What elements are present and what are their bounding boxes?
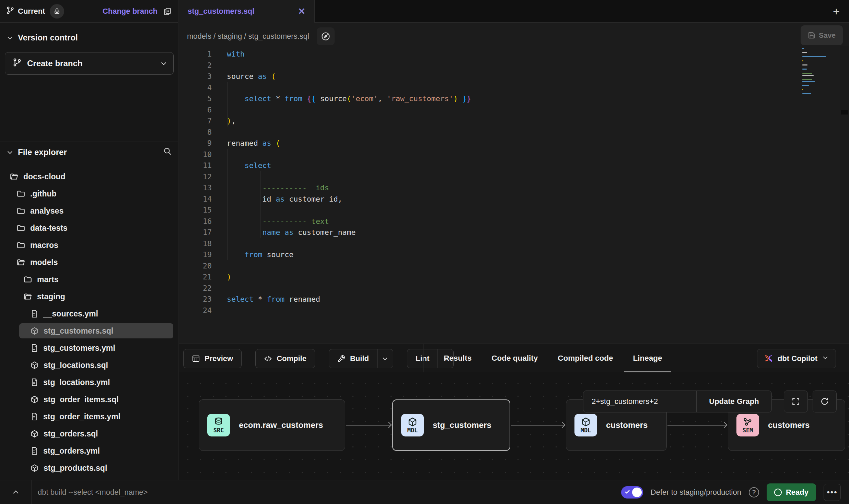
file-item-stg-order-items-yml[interactable]: stg_order_items.yml — [0, 408, 178, 425]
file-item-stg-locations-yml[interactable]: stg_locations.yml — [0, 374, 178, 391]
code-line-18[interactable] — [227, 238, 801, 250]
branch-name: Current — [18, 7, 45, 16]
update-graph-button[interactable]: Update Graph — [697, 391, 771, 412]
save-button[interactable]: Save — [801, 25, 843, 45]
file-item-analyses[interactable]: analyses — [0, 202, 178, 219]
code-line-8[interactable] — [227, 127, 801, 138]
folder-icon — [16, 189, 25, 198]
file-item-macros[interactable]: macros — [0, 237, 178, 254]
code-line-5[interactable]: select * from {{ source('ecom', 'raw_cus… — [227, 93, 801, 105]
code-line-15[interactable] — [227, 205, 801, 216]
file-item-stg-order-items-sql[interactable]: stg_order_items.sql — [0, 391, 178, 408]
more-options-button[interactable]: ••• — [824, 484, 841, 501]
create-branch-dropdown[interactable] — [154, 52, 173, 74]
search-icon[interactable] — [163, 147, 172, 158]
file-label: data-tests — [30, 224, 68, 233]
code-line-11[interactable]: select — [227, 160, 801, 171]
code-line-7[interactable]: ), — [227, 116, 801, 127]
file-item-stg-customers-yml[interactable]: stg_customers.yml — [0, 339, 178, 357]
node-label: customers — [606, 420, 648, 430]
new-tab-button[interactable]: + — [828, 3, 844, 19]
code-line-24[interactable] — [227, 305, 801, 316]
tab-compiled-code[interactable]: Compiled code — [558, 344, 613, 373]
dbt-copilot-button[interactable]: dbt Copilot — [757, 349, 836, 368]
code-line-20[interactable] — [227, 261, 801, 272]
chevron-down-icon[interactable] — [6, 148, 14, 156]
build-dropdown[interactable] — [377, 349, 393, 368]
create-branch-button[interactable]: Create branch — [5, 52, 174, 75]
code-line-17[interactable]: name as customer_name — [227, 227, 801, 238]
editor-toolbar: Preview Compile Build Lint ResultsCode q… — [179, 344, 849, 372]
code-editor[interactable]: 123456789101112131415161718192021222324 … — [179, 46, 849, 344]
file-item-marts[interactable]: marts — [0, 271, 178, 288]
version-control-header[interactable]: Version control — [6, 33, 78, 43]
code-line-16[interactable]: ---------- text — [227, 216, 801, 227]
code-line-13[interactable]: ---------- ids — [227, 182, 801, 194]
copy-icon[interactable] — [163, 7, 172, 16]
close-icon[interactable]: ✕ — [298, 6, 305, 17]
minimap[interactable] — [802, 48, 839, 97]
code-line-23[interactable]: select * from renamed — [227, 294, 801, 305]
file-item-staging[interactable]: staging — [0, 288, 178, 305]
status-ring-icon — [774, 489, 782, 496]
file-item-data-tests[interactable]: data-tests — [0, 219, 178, 237]
scrollbar-track[interactable] — [840, 46, 849, 344]
file-item-stg-orders-yml[interactable]: stg_orders.yml — [0, 442, 178, 459]
divider — [0, 142, 178, 142]
code-line-3[interactable]: source as ( — [227, 71, 801, 82]
file-tree: docs-cloud.githubanalysesdata-testsmacro… — [0, 168, 178, 477]
current-branch[interactable]: Current — [6, 4, 64, 19]
lineage-selector-input[interactable]: 2+stg_customers+2 — [583, 391, 697, 412]
code-lines: withsource as ( select * from {{ source(… — [227, 49, 801, 316]
refresh-button[interactable] — [813, 391, 837, 412]
defer-toggle[interactable] — [621, 486, 643, 499]
file-label: stg_products.sql — [44, 464, 107, 473]
file-icon — [30, 412, 38, 421]
compile-button[interactable]: Compile — [255, 349, 315, 368]
file-item-stg-locations-sql[interactable]: stg_locations.sql — [0, 357, 178, 374]
file-item-stg-customers-sql[interactable]: stg_customers.sql — [0, 322, 178, 339]
preview-button[interactable]: Preview — [183, 349, 242, 368]
code-line-10[interactable] — [227, 149, 801, 160]
lineage-node-stg-customers[interactable]: MDLstg_customers — [392, 399, 510, 451]
help-icon[interactable]: ? — [749, 487, 759, 497]
file-label: marts — [37, 275, 59, 284]
file-item-stg-products-sql[interactable]: stg_products.sql — [0, 459, 178, 477]
code-line-9[interactable]: renamed as ( — [227, 138, 801, 149]
file-item--sources-yml[interactable]: __sources.yml — [0, 305, 178, 322]
model-icon — [30, 395, 39, 404]
ready-status-button[interactable]: Ready — [767, 483, 816, 501]
status-bar: dbt build --select <model_name> Defer to… — [0, 480, 849, 504]
tab-results[interactable]: Results — [444, 344, 472, 373]
file-item-models[interactable]: models — [0, 254, 178, 271]
code-line-1[interactable]: with — [227, 49, 801, 60]
code-line-6[interactable] — [227, 105, 801, 116]
code-line-4[interactable] — [227, 82, 801, 94]
tab-lineage[interactable]: Lineage — [633, 344, 662, 373]
file-item--github[interactable]: .github — [0, 185, 178, 202]
file-item-stg-orders-sql[interactable]: stg_orders.sql — [0, 425, 178, 442]
dbt-cloud-ide: Current Change branch Version control Cr… — [0, 0, 849, 504]
fullscreen-button[interactable] — [784, 391, 808, 412]
code-line-2[interactable] — [227, 60, 801, 71]
database-icon: SRC — [207, 414, 230, 436]
tab-stg-customers[interactable]: stg_customers.sql ✕ — [179, 0, 315, 23]
file-label: stg_orders.yml — [43, 446, 100, 456]
refresh-icon — [820, 397, 829, 406]
command-input[interactable]: dbt build --select <model_name> — [38, 488, 148, 497]
code-line-19[interactable]: from source — [227, 249, 801, 261]
code-line-21[interactable]: ) — [227, 272, 801, 283]
lineage-node-ecom-raw-customers[interactable]: SRCecom.raw_customers — [199, 399, 345, 451]
file-item-docs-cloud[interactable]: docs-cloud — [0, 168, 178, 185]
collapse-panel-button[interactable] — [0, 480, 32, 504]
code-line-12[interactable] — [227, 171, 801, 183]
scrollbar-thumb[interactable] — [841, 110, 848, 115]
build-button[interactable]: Build — [329, 349, 393, 368]
code-line-14[interactable]: id as customer_id, — [227, 194, 801, 205]
change-branch-link[interactable]: Change branch — [103, 7, 158, 16]
code-line-22[interactable] — [227, 283, 801, 294]
compass-icon[interactable] — [317, 27, 335, 45]
divider — [423, 344, 424, 373]
tab-code-quality[interactable]: Code quality — [491, 344, 538, 373]
lineage-panel[interactable]: 2+stg_customers+2 Update Graph SRCecom.r… — [179, 372, 849, 480]
